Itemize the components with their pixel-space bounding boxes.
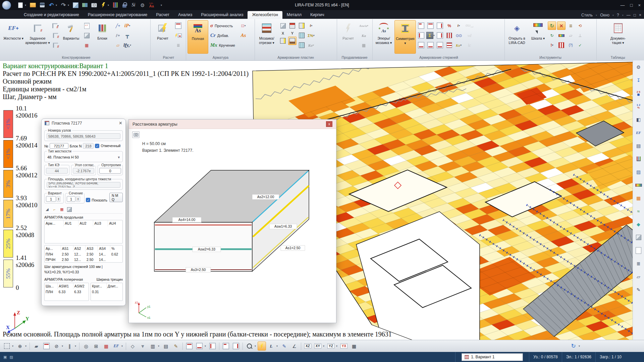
asw-table[interactable]: Ша...ASW1 ASW2 ПЛН6.336.33 xyxy=(44,283,89,301)
aswu-button[interactable]: Asw/u▾ xyxy=(360,21,368,30)
orbit-rotate-button[interactable]: ↻ xyxy=(569,342,578,351)
tab-calculation[interactable]: Расчет xyxy=(152,11,174,19)
rhomb-view-button[interactable]: ◇ xyxy=(128,342,138,351)
plate-orange-button[interactable]: ▱ xyxy=(114,41,122,49)
plate-striped-cube-button[interactable] xyxy=(298,31,306,40)
snapshot-camera-button[interactable] xyxy=(91,2,97,8)
diagrams-mosaic-button[interactable]: As Эпюры/ мозаика ▾ xyxy=(374,20,393,54)
load-caret[interactable]: ▾ xyxy=(276,345,279,348)
roof-tool-icon[interactable]: ◢ xyxy=(44,207,50,212)
ef-stiffness-button[interactable]: EF xyxy=(111,342,121,351)
punching-table-button[interactable]: ▦ xyxy=(360,41,368,49)
tab-masonry[interactable]: Кирпич xyxy=(306,11,328,19)
documentation-button[interactable]: Докумен- тация ▾ xyxy=(606,20,630,54)
bar-view-2-button[interactable] xyxy=(426,21,435,30)
paint-brush-button[interactable]: ✎ xyxy=(171,342,181,351)
section-plane-button[interactable]: ▱ xyxy=(635,273,643,281)
lc-button[interactable]: lc xyxy=(465,41,474,49)
stiffness-type-select[interactable]: 48. Пластина Н 50▾ xyxy=(47,154,120,160)
percent-button[interactable]: % xyxy=(445,21,453,30)
minimize-icon[interactable]: — xyxy=(621,3,625,8)
flash-display-button[interactable] xyxy=(258,342,266,351)
calculate-button[interactable]: Расчет xyxy=(152,20,173,54)
tab-advanced-edit[interactable]: Расширенное редактирование xyxy=(84,11,152,19)
crack-width-button[interactable]: t▾ xyxy=(454,21,463,30)
chart-columns-button[interactable] xyxy=(635,155,643,163)
select-target-button[interactable]: ⊕ xyxy=(15,342,25,351)
additional-button[interactable]: CrДобав. xyxy=(209,31,238,40)
pen-alert-button[interactable]: !▾ xyxy=(548,41,556,49)
view-xz-button[interactable]: XZ xyxy=(303,342,313,351)
zoom-caret[interactable]: ▾ xyxy=(255,345,257,348)
full-reinforcement-button[interactable]: As Полная xyxy=(187,20,208,54)
plate-y-cube-button[interactable] xyxy=(288,21,297,30)
export-down-button[interactable]: ↧ xyxy=(635,76,643,84)
add-element-button[interactable]: ⊞ xyxy=(91,342,101,351)
variant-spinner[interactable]: ▲▼ xyxy=(57,196,60,202)
paint-fill-button[interactable]: ◆ xyxy=(635,220,643,228)
pen-tool-button[interactable]: ✎ xyxy=(279,342,289,351)
armature-caret[interactable]: ▾ xyxy=(205,345,207,348)
bar-view-9-button[interactable] xyxy=(436,41,444,49)
bar-view-1-button[interactable] xyxy=(417,21,425,30)
open-model-button[interactable] xyxy=(30,2,36,8)
results-chart-button[interactable] xyxy=(113,2,118,8)
plate-bottom-cube-button[interactable] xyxy=(288,37,297,45)
settings-gear-button[interactable]: ⚙ xyxy=(635,63,643,71)
xy-caret[interactable]: ▾ xyxy=(323,345,326,348)
redo-button[interactable]: ↷ xyxy=(61,2,66,8)
node-marker-button[interactable]: ◎ xyxy=(81,342,91,351)
show-values-26-button[interactable]: 2 6▦ xyxy=(635,89,643,97)
crack-table[interactable]: Крат...Длит... 0.31 xyxy=(91,283,123,301)
lfy-button[interactable]: lfy,▾ xyxy=(123,41,131,49)
layers-list-button[interactable]: ≣ xyxy=(635,260,643,268)
calc-log-button[interactable]: ≣ xyxy=(174,41,182,49)
ka-button[interactable]: Ka xyxy=(360,31,368,40)
update-blocks-button[interactable]: ⟲ xyxy=(576,21,584,30)
as-table[interactable]: Ар...AS1 AS2AS3 AS4% ПЛН2.50 12...2.50 1… xyxy=(44,245,123,263)
strength-button[interactable]: σПрочность xyxy=(209,21,238,30)
nu-d-button[interactable]: νd xyxy=(465,31,474,40)
documents-button[interactable]: ▤ xyxy=(161,342,171,351)
chart-area-button[interactable]: ▨ xyxy=(635,168,643,176)
tab-steel[interactable]: Металл xyxy=(282,11,306,19)
calc-table-button[interactable] xyxy=(174,21,182,30)
layers-red-button[interactable] xyxy=(445,41,453,49)
bar-view-8-button[interactable] xyxy=(426,41,435,49)
ef-book-button[interactable]: EF xyxy=(635,129,643,137)
isofields-palette-button[interactable] xyxy=(635,181,643,189)
section-planes-button[interactable]: ∥ xyxy=(65,342,74,351)
si-units-button[interactable]: Si xyxy=(131,2,136,8)
tab-analysis[interactable]: Анализ xyxy=(174,11,197,19)
tbeam-button[interactable]: ┳ xyxy=(123,31,131,40)
variant-mesh-button[interactable]: ▦ xyxy=(83,41,91,49)
variants-button[interactable]: Варианты xyxy=(61,20,82,54)
bar-view-4-button[interactable] xyxy=(417,31,425,40)
armature-grid-button[interactable] xyxy=(42,342,51,351)
deselect-all-button[interactable]: ⊘ xyxy=(52,342,61,351)
blocks-button[interactable]: Блоки xyxy=(92,20,113,54)
variant-input[interactable]: 1 xyxy=(46,196,56,202)
filter-funnel-button[interactable]: ▼ xyxy=(138,342,148,351)
help-menu[interactable]: ? xyxy=(617,13,619,17)
orthotropy-input[interactable]: 0 xyxy=(99,168,121,174)
undo-button[interactable]: ↶ xyxy=(49,2,54,8)
result-sheet-button[interactable]: ▤ xyxy=(635,142,643,150)
tab-advanced-analysis[interactable]: Расширенный анализ xyxy=(197,11,248,19)
fire-as-button[interactable]: As xyxy=(239,31,248,40)
add-bundle-button[interactable]: ⫽+ xyxy=(114,31,122,40)
close-icon[interactable]: × xyxy=(638,3,641,8)
pencil-edit-button[interactable]: ✎ xyxy=(635,286,643,294)
cube-view-button[interactable] xyxy=(635,233,643,241)
bar-ksigma-button[interactable]: Kσ▾ xyxy=(454,41,463,49)
qat-more-button[interactable]: ▾ xyxy=(161,4,162,7)
specified-reinforcement-button[interactable]: Заданное армирование ▾ xyxy=(25,20,50,54)
open-in-liracad-button[interactable]: ◈ Открыть в LIRA-CAD xyxy=(505,20,528,54)
marquee-caret[interactable]: ▾ xyxy=(12,345,15,348)
section-input[interactable]: 1 xyxy=(67,196,75,202)
stiffness-button[interactable]: EF+ Жесткости ▾ xyxy=(3,20,24,54)
block-number-field[interactable]: 218 xyxy=(83,143,94,149)
crack-t-button[interactable]: t▾ xyxy=(307,21,315,30)
element-number-input[interactable]: 72177 xyxy=(50,143,68,149)
ribbon-minimize-icon[interactable]: — xyxy=(627,13,631,17)
